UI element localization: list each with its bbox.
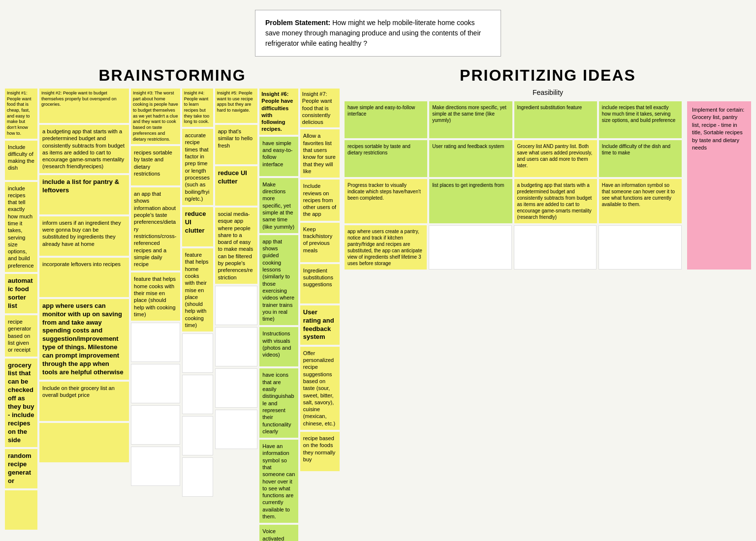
bs-col-1: Insight #1: People want food that is che… xyxy=(5,89,37,541)
pri-note-2-2: User rating and feedback system xyxy=(429,140,512,177)
bs-note-5-5 xyxy=(215,327,258,366)
bs-note-1-4: recipe generator based on list given or … xyxy=(5,315,37,356)
bs-note-6-7: Voice activated instructions, users can … xyxy=(259,525,298,541)
bs-note-6-4: Instructions with visuals (photos and vi… xyxy=(259,327,298,366)
bs-note-5-6 xyxy=(215,368,258,408)
pri-note-1-1: have simple and easy-to-follow interface xyxy=(345,101,427,138)
bs-note-4-4 xyxy=(182,333,213,373)
bs-header-3: Insight #3: The worst part about home co… xyxy=(131,89,180,144)
bs-note-4-5 xyxy=(182,375,213,414)
bs-note-1-6: random recipe generator xyxy=(5,449,37,488)
implement-box: Implement for certain: Grocery list, pan… xyxy=(687,101,751,270)
pri-note-3-4: Have an information symbol so that someo… xyxy=(599,179,682,223)
pri-note-4-4 xyxy=(598,225,682,270)
pri-note-4-1: app where users create a pantry, notice … xyxy=(345,225,427,270)
bs-note-7-1: Allow a favorites list that users know f… xyxy=(300,129,340,178)
bs-header-1: Insight #1: People want food that is che… xyxy=(5,89,37,139)
bs-note-7-3: Keep track/history of previous meals xyxy=(300,223,340,262)
bs-note-3-5 xyxy=(131,364,180,403)
prioritizing-title: PRIORITIZING IDEAS xyxy=(345,66,751,85)
bs-note-6-6: Have an information symbol so that someo… xyxy=(259,440,298,523)
brainstorming-section: BRAINSTORMING Insight #1: People want fo… xyxy=(5,66,340,541)
bs-note-3-7 xyxy=(131,447,180,486)
bs-col-6: Insight #6: People have difficulties wit… xyxy=(259,89,298,541)
bs-header-7: Insight #7: People want food that is con… xyxy=(300,89,340,127)
bs-note-5-7 xyxy=(215,410,258,449)
bs-note-3-1: recipes sortable by taste and dietary re… xyxy=(131,146,180,185)
pri-note-1-3: Ingredient substitution feature xyxy=(514,101,597,138)
bs-note-5-4 xyxy=(215,286,258,325)
bs-note-6-3: app that shows guided cooking lessons (s… xyxy=(259,235,298,326)
bs-note-6-1: have simple and easy-to-follow interface xyxy=(259,137,298,176)
bs-note-5-1: app that's similar to hello fresh xyxy=(215,125,258,164)
bs-note-3-2: an app that shows information about peop… xyxy=(131,187,180,270)
priority-grid-area: have simple and easy-to-follow interface… xyxy=(345,101,682,270)
pri-note-2-3: Grocery list AND pantry list. Both save … xyxy=(514,140,597,177)
bs-note-7-2: Include reviews on recipes from other us… xyxy=(300,180,340,220)
bs-note-1-7 xyxy=(5,490,37,530)
bs-header-4: Insight #4: People want to learn recipes… xyxy=(182,89,213,127)
brainstorming-title: BRAINSTORMING xyxy=(5,66,340,85)
bs-note-7-6: Offer personalized recipe suggestions ba… xyxy=(300,347,340,430)
bs-note-4-6 xyxy=(182,416,213,455)
page: Problem Statement: How might we help mob… xyxy=(0,0,756,541)
pri-note-2-1: recipes sortable by taste and dietary re… xyxy=(345,140,427,177)
bs-note-7-4: Ingredient substitutions suggestions xyxy=(300,264,340,303)
bs-note-1-3: automatic food sorter list xyxy=(5,274,37,313)
bs-note-7-7: recipe based on the foods they normally … xyxy=(300,432,340,471)
bs-note-2-3: inform users if an ingredient they were … xyxy=(39,216,129,256)
bs-note-4-3: feature that helps home cooks with their… xyxy=(182,248,213,331)
pri-note-3-1: Progress tracker to visually indicate wh… xyxy=(345,179,427,223)
bs-note-3-6 xyxy=(131,405,180,445)
bs-note-4-2: reduce UI clutter xyxy=(182,207,213,246)
bs-note-1-1: Include difficulty of making the dish xyxy=(5,141,37,180)
priority-row-1: have simple and easy-to-follow interface… xyxy=(345,101,682,138)
pri-note-4-2 xyxy=(429,225,512,270)
bs-col-2: Insight #2: People want to budget themse… xyxy=(39,89,129,541)
bs-note-2-4: incorporate leftovers into recipes xyxy=(39,258,129,297)
bs-note-3-3: feature that helps home cooks with their… xyxy=(131,272,180,321)
prioritizing-section: PRIORITIZING IDEAS Feasibility have simp… xyxy=(345,66,751,541)
priority-row-4: app where users create a pantry, notice … xyxy=(345,225,682,270)
pri-note-4-3 xyxy=(514,225,597,270)
problem-statement-text: Problem Statement: How might we help mob… xyxy=(265,19,481,47)
bs-note-2-1: a budgeting app that starts with a prede… xyxy=(39,125,129,173)
bs-note-6-5: have icons that are easily distinguishab… xyxy=(259,368,298,438)
bs-note-5-3: social media-esque app where people shar… xyxy=(215,208,258,284)
pri-note-2-4: Include difficulty of the dish and time … xyxy=(599,140,682,177)
bs-note-4-1: accurate recipe times that factor in pre… xyxy=(182,129,213,205)
pri-note-1-2: Make directions more specific, yet simpl… xyxy=(429,101,512,138)
bs-note-3-4 xyxy=(131,323,180,362)
priority-content: have simple and easy-to-follow interface… xyxy=(345,101,751,270)
problem-statement: Problem Statement: How might we help mob… xyxy=(255,10,501,57)
bs-note-2-6: Include on their grocery list an overall… xyxy=(39,382,129,421)
bs-note-6-2: Make directions more specific, yet simpl… xyxy=(259,178,298,233)
pri-note-1-4: include recipes that tell exactly how mu… xyxy=(599,101,682,138)
brainstorming-columns: Insight #1: People want food that is che… xyxy=(5,89,340,541)
bs-header-5: Insight #5: People want to use recipe ap… xyxy=(215,89,258,123)
bs-note-4-7 xyxy=(182,457,213,497)
priority-row-3: Progress tracker to visually indicate wh… xyxy=(345,179,682,223)
bs-col-7: Insight #7: People want food that is con… xyxy=(300,89,340,541)
bs-col-3: Insight #3: The worst part about home co… xyxy=(131,89,180,541)
bs-col-4: Insight #4: People want to learn recipes… xyxy=(182,89,213,541)
bs-note-1-5: grocery list that can be checked off as … xyxy=(5,359,37,448)
priority-row-2: recipes sortable by taste and dietary re… xyxy=(345,140,682,177)
bs-col-5: Insight #5: People want to use recipe ap… xyxy=(215,89,258,541)
bs-header-2: Insight #2: People want to budget themse… xyxy=(39,89,129,123)
bs-note-2-5: app where users can monitor with up on s… xyxy=(39,299,129,380)
bs-note-2-2: include a list for pantry & leftovers xyxy=(39,175,129,214)
prioritizing-subtitle: Feasibility xyxy=(345,89,751,96)
bs-note-5-2: reduce UI clutter xyxy=(215,166,258,206)
main-area: BRAINSTORMING Insight #1: People want fo… xyxy=(5,66,751,541)
bs-note-1-2: include recipes that tell exactly how mu… xyxy=(5,182,37,272)
bs-header-6: Insight #6: People have difficulties wit… xyxy=(259,89,298,135)
pri-note-3-2: list places to get ingredients from xyxy=(429,179,512,223)
bs-note-2-7 xyxy=(39,423,129,462)
bs-note-7-5: User rating and feedback system xyxy=(300,305,340,345)
pri-note-3-3: a budgeting app that starts with a prede… xyxy=(514,179,597,223)
